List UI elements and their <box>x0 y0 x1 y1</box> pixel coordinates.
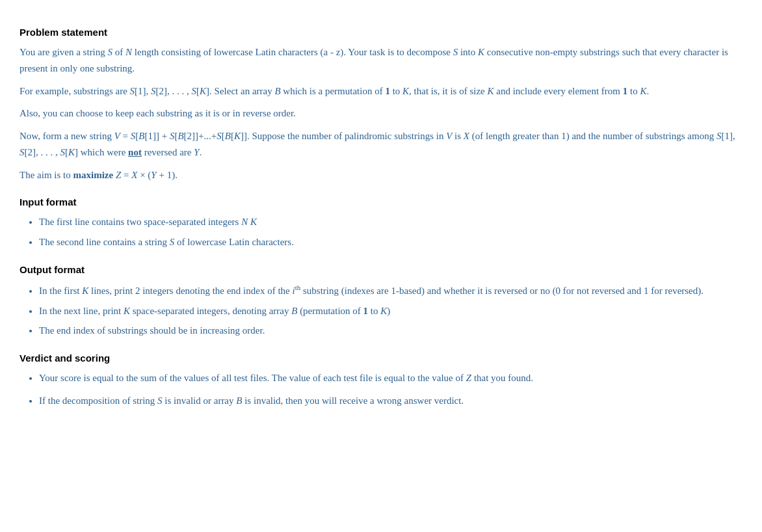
output-bullet-1: In the first K lines, print 2 integers d… <box>39 282 742 299</box>
output-format-list: In the first K lines, print 2 integers d… <box>39 282 742 339</box>
paragraph-2: For example, substrings are S[1], S[2], … <box>20 83 742 100</box>
verdict-scoring-heading: Verdict and scoring <box>20 351 742 366</box>
verdict-bullet-2: If the decomposition of string S is inva… <box>39 393 742 409</box>
input-format-heading: Input format <box>20 194 742 210</box>
output-bullet-3: The end index of substrings should be in… <box>39 323 742 339</box>
problem-statement-heading: Problem statement <box>20 25 742 40</box>
paragraph-3: Also, you can choose to keep each substr… <box>20 105 742 122</box>
page-container: Problem statement You are given a string… <box>20 25 742 409</box>
input-bullet-2: The second line contains a string S of l… <box>39 234 742 250</box>
paragraph-5: The aim is to maximize Z = X × (Y + 1). <box>20 167 742 183</box>
paragraph-4: Now, form a new string V = S[B[1]] + S[B… <box>20 128 742 161</box>
input-bullet-1: The first line contains two space-separa… <box>39 214 742 230</box>
verdict-bullet-1: Your score is equal to the sum of the va… <box>39 370 742 386</box>
output-bullet-2: In the next line, print K space-separate… <box>39 303 742 319</box>
verdict-scoring-list: Your score is equal to the sum of the va… <box>39 370 742 409</box>
output-format-heading: Output format <box>20 262 742 278</box>
paragraph-1: You are given a string S of N length con… <box>20 44 742 77</box>
input-format-list: The first line contains two space-separa… <box>39 214 742 250</box>
